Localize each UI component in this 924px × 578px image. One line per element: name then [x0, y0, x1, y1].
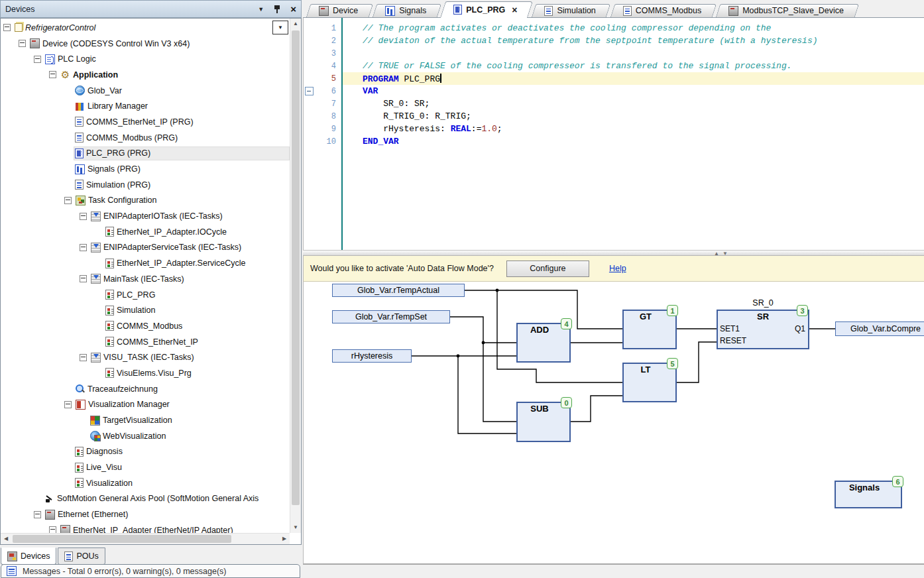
tab-close-icon[interactable]: ×: [512, 6, 517, 14]
tree-item[interactable]: Traceaufzeichnung: [1, 381, 290, 397]
chevron-down-icon[interactable]: ▼: [258, 6, 264, 13]
code-line[interactable]: 1// The program activates or deactivates…: [304, 22, 924, 34]
fbd-input-rHysteresis[interactable]: rHysteresis: [332, 349, 412, 363]
scroll-right-icon[interactable]: ▶: [279, 534, 290, 544]
tree-horizontal-scrollbar[interactable]: ◀ ▶: [1, 533, 290, 544]
tree-item[interactable]: MainTask (IEC-Tasks): [1, 271, 290, 287]
expander-minus-icon[interactable]: [49, 71, 56, 78]
tree-item[interactable]: TargetVisualization: [1, 412, 290, 428]
bottom-tab-pous[interactable]: POUs: [58, 548, 105, 565]
tree-item[interactable]: EtherNet_IP_Adapter.IOCycle: [1, 224, 290, 240]
fbd-input-rTempActual[interactable]: Glob_Var.rTempActual: [332, 284, 465, 297]
scroll-left-icon[interactable]: ◀: [1, 534, 11, 544]
lt-exec-order-badge: 5: [667, 358, 678, 369]
code-line[interactable]: 6VAR: [304, 85, 924, 97]
tree-item[interactable]: VisuElems.Visu_Prg: [1, 365, 290, 381]
expander-minus-icon[interactable]: [80, 354, 87, 361]
tab-label: Device: [333, 6, 358, 15]
tree-item[interactable]: PLC Logic: [1, 51, 290, 67]
tree-item[interactable]: VISU_TASK (IEC-Tasks): [1, 349, 290, 365]
pin-icon[interactable]: [274, 5, 280, 14]
tree-item[interactable]: COMMS_EtherNet_IP: [1, 334, 290, 350]
configure-button[interactable]: Configure: [506, 260, 589, 277]
tree-item[interactable]: COMMS_Modbus (PRG): [1, 130, 290, 146]
tree-item[interactable]: Device (CODESYS Control Win V3 x64): [1, 36, 290, 52]
tree-item[interactable]: COMMS_EtherNet_IP (PRG): [1, 114, 290, 130]
code-line[interactable]: 8 R_TRIG_0: R_TRIG;: [304, 110, 924, 123]
tree-item[interactable]: Live_Visu: [1, 459, 290, 475]
devices-panel-titlebar[interactable]: Devices ▼ ×: [0, 0, 302, 18]
tree-item[interactable]: Glob_Var: [1, 83, 290, 99]
tree-item[interactable]: Library Manager: [1, 98, 290, 114]
tree-item[interactable]: PLC_PRG: [1, 287, 290, 303]
tree-item[interactable]: Simulation: [1, 302, 290, 318]
tree-vertical-scrollbar[interactable]: ▲ ▼: [290, 19, 301, 533]
expander-minus-icon[interactable]: [3, 24, 11, 31]
expander-minus-icon[interactable]: [34, 56, 41, 63]
sr-instance-name[interactable]: SR_0: [717, 298, 809, 308]
tree-item[interactable]: PLC_PRG (PRG): [1, 146, 290, 162]
tree-item[interactable]: Signals (PRG): [1, 161, 290, 177]
expander-minus-icon[interactable]: [80, 244, 87, 251]
tree-item[interactable]: EtherNet_IP_Adapter (EtherNet/IP Adapter…: [1, 522, 290, 533]
code-line[interactable]: 10END_VAR: [304, 135, 924, 148]
expander-minus-icon[interactable]: [64, 401, 72, 408]
tab-modbustcp_slave_device[interactable]: ModbusTCP_Slave_Device: [718, 4, 857, 17]
expander-minus-icon[interactable]: [64, 197, 72, 204]
close-icon[interactable]: ×: [290, 5, 296, 14]
project-dropdown-button[interactable]: ▼: [272, 21, 288, 34]
vscroll-thumb[interactable]: [292, 30, 300, 505]
fbd-output-bCompressor[interactable]: Glob_Var.bCompre: [835, 321, 924, 336]
text-caret: [440, 74, 441, 83]
tree-item[interactable]: Task Configuration: [1, 193, 290, 209]
tree-item[interactable]: Visualization Manager: [1, 397, 290, 413]
tree-item[interactable]: SoftMotion General Axis Pool (SoftMotion…: [1, 491, 290, 507]
tree-item[interactable]: EtherNet_IP_Adapter.ServiceCycle: [1, 255, 290, 271]
hscroll-thumb[interactable]: [13, 535, 231, 543]
fbd-input-rTempSet[interactable]: Glob_Var.rTempSet: [332, 310, 450, 323]
fbd-block-signals[interactable]: Signals 6: [835, 481, 902, 508]
tab-signals[interactable]: Signals: [375, 4, 439, 17]
tree-item[interactable]: Visualization: [1, 475, 290, 491]
code-editor[interactable]: 1// The program activates or deactivates…: [303, 18, 924, 250]
tree-item[interactable]: RefrigeratorControl: [1, 20, 290, 36]
code-line[interactable]: 4// TRUE or FALSE of the cooling compres…: [304, 60, 924, 72]
code-line[interactable]: 7 SR_0: SR;: [304, 97, 924, 110]
expander-minus-icon[interactable]: [80, 213, 87, 220]
tab-device[interactable]: Device: [308, 4, 371, 17]
expander-minus-icon[interactable]: [34, 511, 41, 518]
tree-item[interactable]: WebVisualization: [1, 428, 290, 444]
tree-item[interactable]: Ethernet (Ethernet): [1, 506, 290, 522]
code-line[interactable]: 5PROGRAM PLC_PRG: [304, 72, 924, 85]
code-line[interactable]: 3: [304, 47, 924, 60]
tree-item[interactable]: ENIPAdapterIOTask (IEC-Tasks): [1, 208, 290, 224]
tree-item[interactable]: Diagnosis: [1, 444, 290, 460]
fbd-block-lt[interactable]: LT 5: [622, 363, 677, 402]
code-line[interactable]: 9 rHysteresis: REAL:=1.0;: [304, 123, 924, 135]
scroll-up-icon[interactable]: ▲: [290, 19, 301, 29]
fbd-block-sr[interactable]: SR 3 SET1 RESET Q1: [717, 310, 809, 349]
expander-minus-icon[interactable]: [49, 526, 56, 533]
tab-comms_modbus[interactable]: COMMS_Modbus: [612, 4, 715, 17]
fbd-block-gt[interactable]: GT 1: [622, 310, 677, 349]
messages-bar[interactable]: Messages - Total 0 error(s), 0 warning(s…: [1, 564, 300, 578]
tree-item[interactable]: COMMS_Modbus: [1, 318, 290, 334]
expander-minus-icon[interactable]: [19, 40, 26, 47]
tree-item[interactable]: Application: [1, 67, 290, 83]
tree-item[interactable]: Simulation (PRG): [1, 177, 290, 193]
device-icon: [319, 6, 329, 16]
fbd-block-add[interactable]: ADD 4: [516, 323, 571, 363]
fbd-canvas[interactable]: Glob_Var.rTempActual Glob_Var.rTempSet r…: [303, 282, 924, 565]
tree-item-label: Visualization: [86, 479, 133, 488]
tab-plc_prg[interactable]: PLC_PRG×: [443, 1, 530, 18]
help-link[interactable]: Help: [609, 264, 626, 273]
tree-item[interactable]: ENIPAdapterServiceTask (IEC-Tasks): [1, 240, 290, 256]
editor-splitter[interactable]: ▲▼: [303, 250, 924, 256]
scroll-down-icon[interactable]: ▼: [290, 522, 301, 533]
tab-simulation[interactable]: Simulation: [534, 4, 608, 17]
expander-minus-icon[interactable]: [80, 275, 87, 282]
code-line[interactable]: 2// deviaton of the actual temperature f…: [304, 34, 924, 47]
fbd-block-sub[interactable]: SUB 0: [516, 402, 571, 442]
bottom-tab-devices[interactable]: Devices: [1, 548, 56, 565]
fold-collapse-icon[interactable]: [304, 85, 315, 97]
